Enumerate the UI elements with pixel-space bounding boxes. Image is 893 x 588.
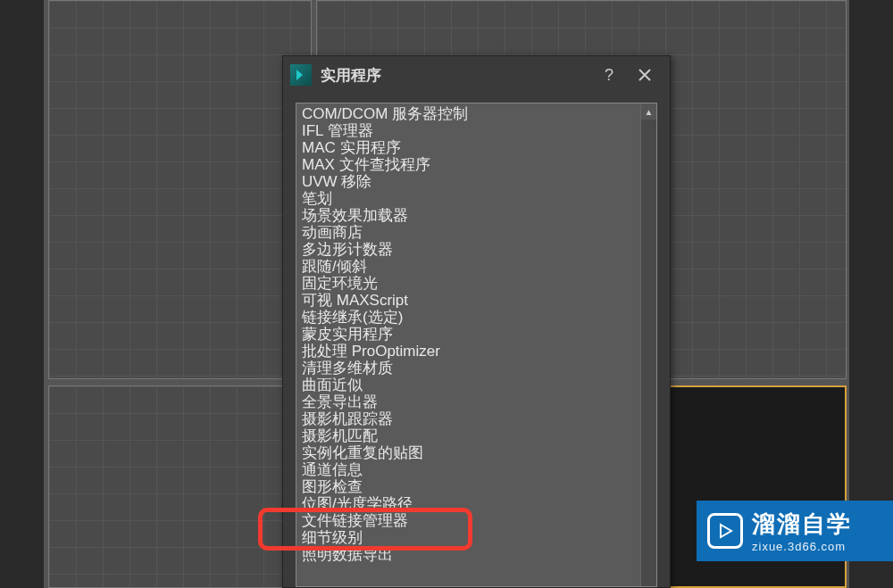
list-item[interactable]: COM/DCOM 服务器控制 [300, 105, 637, 122]
list-item[interactable]: 场景效果加载器 [300, 207, 637, 224]
utilities-listbox[interactable]: COM/DCOM 服务器控制IFL 管理器MAC 实用程序MAX 文件查找程序U… [296, 104, 640, 586]
dialog-title: 实用程序 [321, 65, 591, 86]
watermark-text: 溜溜自学 zixue.3d66.com [752, 509, 852, 553]
list-item[interactable]: 跟随/倾斜 [300, 258, 637, 275]
watermark: 溜溜自学 zixue.3d66.com [697, 501, 893, 561]
list-item[interactable]: 批处理 ProOptimizer [300, 343, 637, 360]
list-item[interactable]: MAX 文件查找程序 [300, 156, 637, 173]
scrollbar[interactable]: ▲ [640, 104, 656, 586]
watermark-logo-icon [707, 513, 743, 549]
close-button[interactable] [627, 61, 663, 89]
list-item[interactable]: MAC 实用程序 [300, 139, 637, 156]
list-item[interactable]: UVW 移除 [300, 173, 637, 190]
list-item[interactable]: 动画商店 [300, 224, 637, 241]
list-item[interactable]: 可视 MAXScript [300, 292, 637, 309]
viewport-bottom-left[interactable] [48, 385, 312, 588]
watermark-title: 溜溜自学 [752, 509, 852, 540]
viewport-top-left[interactable] [48, 0, 312, 379]
help-button[interactable]: ? [591, 61, 627, 89]
list-item[interactable]: 摄影机跟踪器 [300, 410, 637, 427]
list-item[interactable]: 链接继承(选定) [300, 309, 637, 326]
list-item[interactable]: 蒙皮实用程序 [300, 326, 637, 343]
list-item[interactable]: 位图/光度学路径 [300, 495, 637, 512]
watermark-url: zixue.3d66.com [752, 540, 852, 553]
list-item[interactable]: 图形检查 [300, 478, 637, 495]
list-item[interactable]: 实例化重复的贴图 [300, 444, 637, 461]
list-item[interactable]: 照明数据导出 [300, 546, 637, 563]
list-item[interactable]: 曲面近似 [300, 377, 637, 393]
list-item[interactable]: 清理多维材质 [300, 360, 637, 377]
utilities-dialog: 实用程序 ? COM/DCOM 服务器控制IFL 管理器MAC 实用程序MAX … [282, 55, 671, 588]
dialog-titlebar[interactable]: 实用程序 ? [283, 56, 670, 94]
list-item[interactable]: 固定环境光 [300, 275, 637, 292]
list-item[interactable]: 通道信息 [300, 461, 637, 478]
list-item[interactable]: 细节级别 [300, 529, 637, 546]
utilities-listbox-container: COM/DCOM 服务器控制IFL 管理器MAC 实用程序MAX 文件查找程序U… [296, 103, 657, 587]
list-item[interactable]: 摄影机匹配 [300, 427, 637, 444]
scroll-up-button[interactable]: ▲ [641, 104, 656, 120]
list-item[interactable]: 多边形计数器 [300, 241, 637, 258]
list-item[interactable]: 笔划 [300, 190, 637, 207]
list-item[interactable]: 全景导出器 [300, 393, 637, 410]
app-icon [290, 64, 312, 86]
list-item[interactable]: IFL 管理器 [300, 122, 637, 139]
list-item[interactable]: 文件链接管理器 [300, 512, 637, 529]
